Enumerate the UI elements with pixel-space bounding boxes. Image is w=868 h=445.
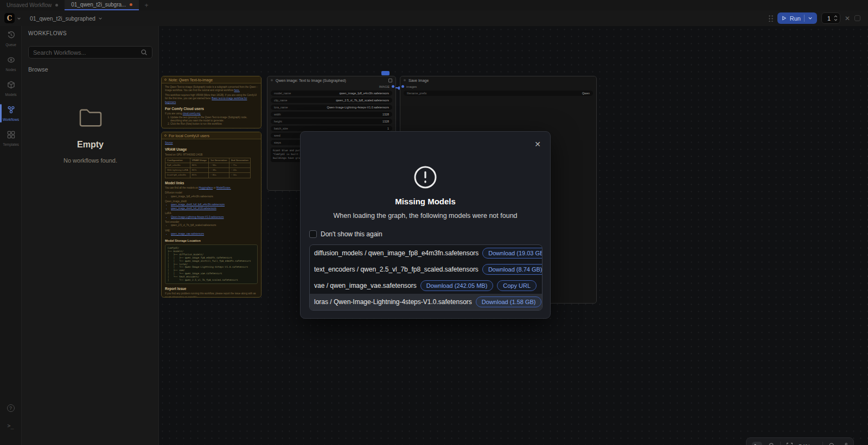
chevron-down-icon xyxy=(808,16,813,21)
widget-clip_name[interactable]: clip_nameqwen_2.5_vl_7b_fp8_scaled.safet… xyxy=(271,98,392,103)
terminal-button[interactable]: >_ xyxy=(7,423,14,429)
collapse-icon[interactable] xyxy=(404,79,406,81)
copy-url-button[interactable]: Copy URL xyxy=(497,280,537,291)
modified-dot-icon xyxy=(130,3,132,6)
tab-label: Unsaved Workflow xyxy=(7,2,52,8)
note-node-qwen-t2i[interactable]: Note: Qwen Text-to-image The Qwen Text-t… xyxy=(161,76,261,128)
input-slot-images[interactable] xyxy=(401,85,404,88)
drag-handle-icon[interactable] xyxy=(768,15,773,22)
table-cell: ~ 80s xyxy=(208,173,229,178)
link[interactable]: here. xyxy=(234,89,239,92)
table-cell: ~ 16s xyxy=(229,173,250,178)
widget-height[interactable]: height1328 xyxy=(271,119,392,124)
panel-title: WORKFLOWS xyxy=(22,26,158,41)
fit-view-button[interactable] xyxy=(786,442,793,445)
workflows-panel: WORKFLOWS Browse Empty No workflows foun… xyxy=(22,26,159,445)
sidebar-item-workflows[interactable]: Workflows xyxy=(0,101,22,126)
tab-unsaved-workflow[interactable]: Unsaved Workflow xyxy=(0,0,65,10)
output-slot-image[interactable] xyxy=(392,85,394,88)
dont-show-again-checkbox[interactable] xyxy=(309,230,317,238)
missing-model-name: text_encoders / qwen_2.5_vl_7b_fp8_scale… xyxy=(314,266,478,273)
widget-lora_name[interactable]: lora_nameQwen-Image-Lightning-4steps-V1.… xyxy=(271,105,392,110)
stop-button[interactable] xyxy=(854,15,860,21)
widget-value: 1328 xyxy=(382,113,389,116)
widget-value: Qwen-Image-Lightning-4steps-V1.0.safeten… xyxy=(327,106,389,109)
table-cell: ~ 71s xyxy=(229,163,250,168)
sidebar-item-nodes[interactable]: Nodes xyxy=(0,51,22,76)
widget-model_name[interactable]: model_nameqwen_image_fp8_e4m3fn.safetens… xyxy=(271,91,392,96)
toggle-links-button[interactable] xyxy=(841,442,848,445)
collapse-icon[interactable] xyxy=(164,79,167,81)
filename-prefix-widget[interactable]: filename_prefix Qwen xyxy=(404,91,593,96)
dialog-title: Missing Models xyxy=(301,197,550,206)
chevron-up-icon xyxy=(834,15,838,18)
link[interactable]: ModelScope. xyxy=(216,186,231,189)
search-input[interactable] xyxy=(33,49,141,56)
widget-value: qwen_2.5_vl_7b_fp8_scaled.safetensors xyxy=(336,99,389,102)
download-button[interactable]: Download (8.74 GB) xyxy=(482,264,542,275)
widget-label: width xyxy=(274,113,281,116)
comfyui-logo[interactable]: C xyxy=(4,13,15,23)
section-items: Qwen-Image-Lightning-4steps-V1.0.safeten… xyxy=(171,216,258,219)
source-link[interactable]: Source xyxy=(165,141,173,144)
download-button[interactable]: Download (242.05 MB) xyxy=(420,280,494,291)
model-link[interactable]: Qwen-Image-Lightning-4steps-V1.0.safeten… xyxy=(171,216,258,219)
table-cell: ~ 94s xyxy=(208,163,229,168)
widget-value: qwen_image_fp8_e4m3fn.safetensors xyxy=(340,92,389,95)
terminal-icon: >_ xyxy=(7,423,14,429)
model-name-text: qwen_image_fp8_e4m3fn.safetensors xyxy=(171,195,258,198)
model-link-section: LoRAQwen-Image-Lightning-4steps-V1.0.saf… xyxy=(165,212,258,219)
sidebar-item-templates[interactable]: Templates xyxy=(0,126,22,151)
sidebar-item-models[interactable]: Models xyxy=(0,76,22,101)
section-items: qwen_image_distill_full_fp8_e4m3fn.safet… xyxy=(171,203,258,210)
magnifier-icon xyxy=(828,442,835,445)
collapse-icon[interactable] xyxy=(271,79,273,81)
collapse-icon[interactable] xyxy=(164,134,167,137)
sidebar-item-label: Workflows xyxy=(3,118,19,121)
download-button[interactable]: Download (19.03 GB) xyxy=(482,248,542,259)
section-items: qwen_image_vae.safetensors xyxy=(171,233,258,236)
table-header-cell: 2nd Generation xyxy=(229,158,250,163)
widget-width[interactable]: width1328 xyxy=(271,112,392,117)
open-subgraph-icon[interactable] xyxy=(388,79,392,82)
select-tool-button[interactable] xyxy=(752,442,762,445)
missing-model-name: loras / Qwen-Image-Lightning-4steps-V1.0… xyxy=(314,298,472,306)
widget-label: steps xyxy=(274,141,281,144)
browse-section-label[interactable]: Browse xyxy=(28,66,48,73)
batch-stepper[interactable] xyxy=(834,15,838,21)
widget-value: 1328 xyxy=(382,120,389,123)
batch-count-input[interactable]: 1 xyxy=(821,12,840,24)
link[interactable]: cloud.comfy.org: xyxy=(183,112,201,115)
node-links-icon xyxy=(841,442,848,445)
widget-label: clip_name xyxy=(274,99,288,102)
pan-tool-button[interactable] xyxy=(768,442,775,445)
model-link-section: Qwen_image_distillqwen_image_distill_ful… xyxy=(165,200,258,210)
missing-model-row: text_encoders / qwen_2.5_vl_7b_fp8_scale… xyxy=(310,261,542,278)
play-icon xyxy=(782,16,787,21)
run-button[interactable]: Run xyxy=(777,12,817,24)
chevron-down-icon[interactable] xyxy=(17,16,21,21)
widget-batch_size[interactable]: batch_size1 xyxy=(271,126,392,131)
dont-show-again-label: Don't show this again xyxy=(321,230,382,238)
section-items: qwen_2.5_vl_7b_fp8_scaled.safetensors xyxy=(171,224,258,227)
fit-view-icon xyxy=(786,442,793,445)
table-cell: Distill fp8_e4m3fn xyxy=(165,173,190,178)
note-node-local-users[interactable]: For local ComfyUI users Source VRAM Usag… xyxy=(161,132,261,298)
model-link[interactable]: qwen_image_distill_full_bf16.safetensors xyxy=(171,207,258,210)
help-button[interactable]: ? xyxy=(7,404,15,412)
widget-label: model_name xyxy=(274,92,291,95)
sidebar-item-queue[interactable]: Queue xyxy=(0,26,22,51)
new-tab-button[interactable]: + xyxy=(139,0,154,10)
tab-qwen-t2i-subgraphed[interactable]: 01_qwen_t2i_subgra... xyxy=(65,0,139,10)
missing-models-dialog: ✕ Missing Models When loading the graph,… xyxy=(300,131,551,319)
dialog-close-button[interactable]: ✕ xyxy=(534,140,541,148)
workflow-name-menu[interactable]: 01_qwen_t2i_subgraphed xyxy=(30,15,103,22)
workflow-search-box xyxy=(28,46,152,59)
download-button[interactable]: Download (1.58 GB) xyxy=(476,296,542,307)
link[interactable]: Huggingface xyxy=(199,186,213,189)
model-link[interactable]: qwen_image_vae.safetensors xyxy=(171,233,258,236)
model-name-text: qwen_2.5_vl_7b_fp8_scaled.safetensors xyxy=(171,224,258,227)
cancel-run-button[interactable]: ✕ xyxy=(845,15,850,22)
cursor-icon xyxy=(754,443,761,445)
zoom-tool-button[interactable] xyxy=(828,442,835,445)
